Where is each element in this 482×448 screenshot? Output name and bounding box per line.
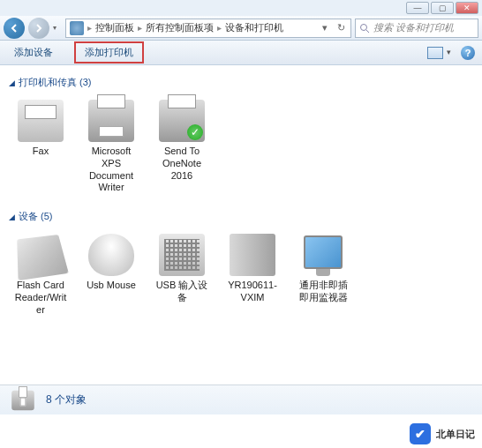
- history-dropdown-icon[interactable]: ▾: [53, 24, 62, 32]
- device-label: 通用非即插即用监视器: [295, 280, 351, 304]
- breadcrumb-root[interactable]: 控制面板: [95, 21, 134, 34]
- search-input[interactable]: 搜索 设备和打印机: [355, 19, 478, 38]
- help-icon[interactable]: ?: [461, 46, 475, 60]
- maximize-button[interactable]: ▢: [431, 2, 454, 14]
- device-item[interactable]: YR190611-VXIM: [221, 230, 284, 319]
- fax-icon: [18, 100, 64, 142]
- device-item[interactable]: USB 输入设备: [150, 230, 214, 319]
- card-reader-icon: [17, 235, 69, 280]
- device-label: Usb Mouse: [87, 280, 136, 292]
- keyboard-icon: [159, 234, 205, 276]
- device-item[interactable]: Send To OneNote 2016: [150, 96, 214, 198]
- device-label: Fax: [33, 146, 49, 158]
- chevron-right-icon[interactable]: ▸: [217, 23, 222, 33]
- svg-line-1: [366, 30, 369, 33]
- view-options-button[interactable]: [427, 47, 443, 59]
- device-label: USB 输入设备: [154, 280, 210, 304]
- section-title: 打印机和传真 (3): [19, 76, 92, 89]
- chevron-right-icon[interactable]: ▸: [138, 23, 142, 33]
- collapse-icon: ◢: [9, 213, 15, 221]
- breadcrumb[interactable]: ▸ 控制面板 ▸ 所有控制面板项 ▸ 设备和打印机 ▾ ↻: [65, 19, 351, 38]
- device-label: Send To OneNote 2016: [154, 146, 210, 182]
- devices-grid: Flash Card Reader/Writer Usb Mouse USB 输…: [9, 230, 473, 319]
- minimize-button[interactable]: —: [406, 2, 429, 14]
- device-label: Flash Card Reader/Writer: [12, 280, 69, 316]
- search-placeholder: 搜索 设备和打印机: [373, 21, 454, 34]
- device-item[interactable]: 通用非即插即用监视器: [291, 230, 355, 319]
- watermark-icon: ✔: [410, 423, 431, 444]
- section-header-devices[interactable]: ◢ 设备 (5): [9, 210, 473, 223]
- printer-icon: [88, 100, 134, 142]
- toolbar: 添加设备 添加打印机 ?: [0, 41, 482, 65]
- add-printer-button[interactable]: 添加打印机: [74, 41, 144, 63]
- search-icon: [359, 23, 370, 34]
- chevron-right-icon[interactable]: ▸: [87, 23, 92, 33]
- computer-icon: [230, 234, 275, 276]
- content-area: ◢ 打印机和传真 (3) Fax Microsoft XPS Document …: [0, 65, 482, 400]
- printers-grid: Fax Microsoft XPS Document Writer Send T…: [9, 96, 473, 198]
- add-device-button[interactable]: 添加设备: [7, 42, 60, 63]
- device-label: Microsoft XPS Document Writer: [83, 146, 139, 194]
- breadcrumb-dropdown-icon[interactable]: ▾: [319, 22, 331, 34]
- status-text: 8 个对象: [46, 392, 87, 407]
- collapse-icon: ◢: [9, 78, 15, 87]
- section-header-printers[interactable]: ◢ 打印机和传真 (3): [9, 76, 473, 89]
- device-item[interactable]: Flash Card Reader/Writer: [9, 230, 72, 319]
- close-button[interactable]: ✕: [456, 2, 478, 14]
- location-icon: [70, 21, 84, 35]
- window-controls: — ▢ ✕: [0, 0, 482, 16]
- printer-icon: [159, 100, 205, 142]
- forward-button[interactable]: [28, 18, 49, 39]
- svg-point-0: [361, 24, 367, 30]
- device-label: YR190611-VXIM: [224, 280, 281, 304]
- monitor-icon: [300, 234, 346, 276]
- refresh-icon[interactable]: ↻: [335, 22, 347, 34]
- section-title: 设备 (5): [19, 210, 53, 223]
- watermark-text: 北单日记: [436, 428, 475, 441]
- status-bar: 8 个对象: [0, 385, 482, 414]
- status-icon: [11, 390, 34, 409]
- device-item[interactable]: Microsoft XPS Document Writer: [79, 96, 143, 198]
- nav-bar: ▾ ▸ 控制面板 ▸ 所有控制面板项 ▸ 设备和打印机 ▾ ↻ 搜索 设备和打印…: [0, 16, 482, 41]
- back-button[interactable]: [4, 18, 25, 39]
- breadcrumb-mid[interactable]: 所有控制面板项: [146, 21, 214, 34]
- watermark: ✔ 北单日记: [410, 423, 475, 444]
- device-item[interactable]: Usb Mouse: [79, 230, 143, 319]
- mouse-icon: [88, 234, 134, 276]
- breadcrumb-leaf[interactable]: 设备和打印机: [225, 21, 283, 34]
- device-item[interactable]: Fax: [9, 96, 72, 198]
